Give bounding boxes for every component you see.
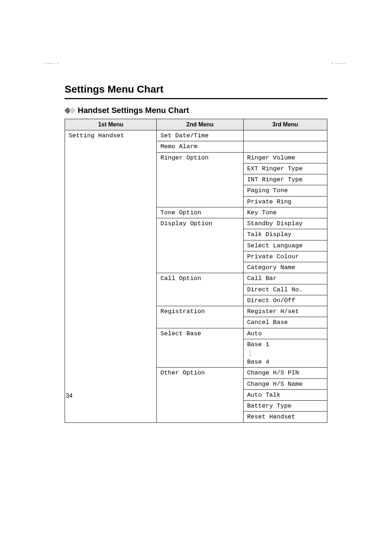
cell-3rd-menu: Call Bar bbox=[243, 273, 327, 284]
page: Settings Menu Chart Handset Settings Men… bbox=[0, 0, 392, 555]
cell-2nd-menu: Display Option bbox=[157, 218, 244, 273]
cell-3rd-menu: Key Tone bbox=[243, 207, 327, 218]
cell-2nd-menu: Registration bbox=[157, 306, 244, 328]
cell-2nd-menu: Call Option bbox=[157, 273, 244, 306]
cell-2nd-menu: Select Base bbox=[157, 328, 244, 368]
cell-3rd-menu: Reset Handset bbox=[243, 412, 327, 422]
cell-1st-menu: Setting Handset bbox=[65, 130, 157, 423]
title-rule bbox=[65, 98, 327, 99]
cell-3rd-menu: EXT Ringer Type bbox=[243, 163, 327, 174]
crop-mark-dot bbox=[332, 63, 333, 64]
cell-2nd-menu: Ringer Option bbox=[157, 152, 244, 207]
cell-2nd-menu: Other Option bbox=[157, 368, 244, 422]
cell-2nd-menu: Set Date/Time bbox=[157, 130, 244, 141]
crop-mark bbox=[335, 63, 346, 64]
cell-3rd-menu bbox=[243, 130, 327, 141]
vertical-dots-icon: ... bbox=[247, 348, 251, 355]
cell-3rd-menu: Auto Talk bbox=[243, 389, 327, 400]
cell-3rd-menu: Paging Tone bbox=[243, 185, 327, 196]
cell-3rd-menu: Change H/S PIN bbox=[243, 368, 327, 378]
cell-3rd-menu: Category Name bbox=[243, 262, 327, 273]
crop-mark-dot bbox=[57, 63, 58, 64]
base-4-label: Base 4 bbox=[247, 358, 269, 365]
table-row: Setting Handset Set Date/Time bbox=[65, 130, 327, 141]
diamond-icon bbox=[69, 107, 75, 114]
section-subtitle: Handset Settings Menu Chart bbox=[78, 106, 189, 115]
cell-3rd-menu: Ringer Volume bbox=[243, 152, 327, 163]
table-header-row: 1st Menu 2nd Menu 3rd Menu bbox=[65, 119, 327, 130]
col-header-3: 3rd Menu bbox=[243, 119, 327, 130]
cell-3rd-menu: Battery Type bbox=[243, 401, 327, 412]
cell-3rd-menu: Private Colour bbox=[243, 251, 327, 262]
crop-mark bbox=[44, 63, 55, 64]
cell-3rd-menu: Auto bbox=[243, 328, 327, 339]
cell-3rd-menu bbox=[243, 141, 327, 152]
cell-3rd-menu: Register H/set bbox=[243, 306, 327, 317]
cell-3rd-menu: Cancel Base bbox=[243, 317, 327, 328]
col-header-1: 1st Menu bbox=[65, 119, 157, 130]
page-title: Settings Menu Chart bbox=[65, 84, 327, 95]
cell-3rd-menu: Change H/S Name bbox=[243, 378, 327, 389]
cell-3rd-menu: Standby Display bbox=[243, 218, 327, 229]
cell-3rd-menu: Private Ring bbox=[243, 196, 327, 207]
subtitle-row: Handset Settings Menu Chart bbox=[65, 106, 327, 115]
cell-3rd-menu: Direct Call No. bbox=[243, 284, 327, 295]
cell-3rd-menu: Direct On/Off bbox=[243, 295, 327, 306]
menu-chart-table: 1st Menu 2nd Menu 3rd Menu Setting Hands… bbox=[65, 119, 327, 423]
page-number: 34 bbox=[66, 392, 73, 400]
cell-3rd-menu: Base 1 ... Base 4 bbox=[243, 339, 327, 368]
cell-2nd-menu: Memo Alarm bbox=[157, 141, 244, 152]
col-header-2: 2nd Menu bbox=[157, 119, 244, 130]
cell-3rd-menu: INT Ringer Type bbox=[243, 174, 327, 185]
cell-3rd-menu: Select Language bbox=[243, 240, 327, 251]
cell-3rd-menu: Talk Display bbox=[243, 229, 327, 240]
cell-2nd-menu: Tone Option bbox=[157, 207, 244, 218]
